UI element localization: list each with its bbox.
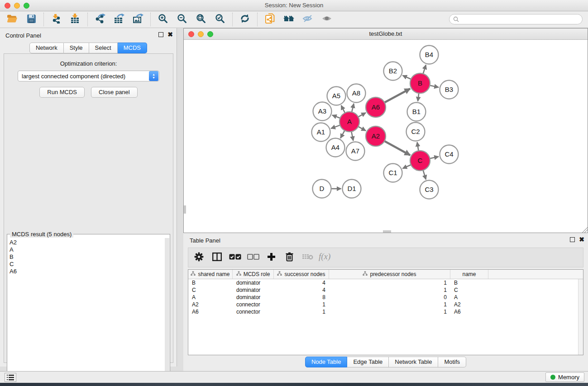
graph-node-B2[interactable]: B2 bbox=[384, 62, 402, 81]
add-column-button[interactable] bbox=[265, 251, 277, 264]
tab-style[interactable]: Style bbox=[64, 43, 89, 53]
graph-edge-C-C2[interactable] bbox=[417, 142, 419, 152]
zoom-selected-button[interactable] bbox=[210, 12, 229, 27]
column-header-name[interactable]: name bbox=[450, 270, 488, 279]
home-button[interactable] bbox=[279, 12, 298, 27]
result-scrollbar[interactable] bbox=[165, 238, 169, 386]
graph-node-B4[interactable]: B4 bbox=[420, 46, 439, 64]
export-table-button[interactable] bbox=[110, 12, 129, 27]
column-header-successor-nodes[interactable]: successor nodes bbox=[274, 270, 329, 279]
export-image-button[interactable] bbox=[129, 12, 148, 27]
refresh-button[interactable] bbox=[235, 12, 254, 27]
criterion-dropdown[interactable]: largest connected component (directed) ▲… bbox=[18, 71, 159, 81]
column-header-MCDS-role[interactable]: MCDS role bbox=[233, 270, 274, 279]
new-network-from-selection-button[interactable] bbox=[260, 12, 279, 27]
graph-node-C4[interactable]: C4 bbox=[440, 145, 459, 164]
graph-edge-A-A4[interactable] bbox=[340, 130, 345, 138]
table-scrollbar[interactable] bbox=[578, 279, 583, 355]
tab-motifs[interactable]: Motifs bbox=[438, 357, 466, 367]
graph-node-A[interactable]: A bbox=[339, 112, 359, 132]
graph-node-A6[interactable]: A6 bbox=[366, 97, 386, 117]
graph-node-D[interactable]: D bbox=[313, 180, 331, 198]
table-cell[interactable]: 4 bbox=[274, 279, 329, 286]
task-history-button[interactable] bbox=[5, 373, 16, 382]
canvas-vscroll[interactable] bbox=[184, 205, 186, 214]
graph-node-C[interactable]: C bbox=[410, 151, 430, 171]
zoom-out-button[interactable] bbox=[172, 12, 191, 27]
graph-node-A2[interactable]: A2 bbox=[366, 126, 386, 146]
table-cell[interactable]: dominator bbox=[233, 294, 274, 301]
close-panel-button[interactable]: Close panel bbox=[91, 87, 138, 98]
table-cell[interactable]: connector bbox=[233, 308, 274, 315]
graph-node-A5[interactable]: A5 bbox=[327, 87, 346, 105]
network-canvas[interactable]: A B C A2 A6 A1 A3 A4 A5 A7 A8 B1 B2 B3 B… bbox=[184, 40, 588, 233]
table-cell[interactable]: connector bbox=[233, 301, 274, 308]
table-cell[interactable]: C bbox=[188, 286, 233, 294]
table-cell[interactable]: 4 bbox=[274, 286, 329, 294]
search-field[interactable] bbox=[461, 16, 578, 23]
select-all-button[interactable] bbox=[229, 251, 241, 264]
float-panel-icon[interactable] bbox=[158, 32, 163, 37]
network-graph[interactable]: A B C A2 A6 A1 A3 A4 A5 A7 A8 B1 B2 B3 B… bbox=[184, 40, 588, 233]
import-network-button[interactable] bbox=[47, 12, 66, 27]
deselect-all-button[interactable] bbox=[247, 251, 259, 264]
graph-edge-B-B2[interactable] bbox=[402, 76, 411, 80]
delete-column-button[interactable] bbox=[283, 251, 295, 264]
tab-select[interactable]: Select bbox=[89, 43, 118, 53]
mcds-result-item[interactable]: A6 bbox=[10, 268, 165, 275]
graph-node-A8[interactable]: A8 bbox=[347, 84, 366, 103]
graph-node-C2[interactable]: C2 bbox=[406, 123, 425, 141]
table-cell[interactable]: 0 bbox=[329, 294, 450, 301]
canvas-hscroll[interactable] bbox=[383, 230, 391, 233]
mcds-result-item[interactable]: B bbox=[10, 253, 165, 261]
save-button[interactable] bbox=[22, 12, 41, 27]
gear-button[interactable] bbox=[193, 251, 205, 264]
graph-edge-C-C4[interactable] bbox=[429, 157, 439, 159]
show-all-button[interactable] bbox=[317, 12, 336, 27]
table-cell[interactable]: 1 bbox=[329, 279, 450, 286]
memory-button[interactable]: Memory bbox=[545, 372, 584, 382]
table-row[interactable]: Adominator80A bbox=[188, 294, 583, 301]
graph-node-A3[interactable]: A3 bbox=[313, 102, 332, 121]
delete-table-button[interactable] bbox=[301, 251, 313, 264]
float-table-panel-icon[interactable] bbox=[570, 237, 575, 242]
graph-edge-A2-C[interactable] bbox=[384, 141, 411, 155]
table-cell[interactable]: 1 bbox=[329, 286, 450, 294]
table-cell[interactable]: A6 bbox=[188, 308, 233, 315]
close-table-panel-icon[interactable]: ✖ bbox=[579, 237, 584, 242]
run-mcds-button[interactable]: Run MCDS bbox=[39, 87, 85, 98]
table-cell[interactable]: B bbox=[188, 279, 233, 286]
table-cell[interactable]: B bbox=[450, 279, 488, 286]
graph-edge-B-B4[interactable] bbox=[423, 65, 426, 75]
zoom-fit-button[interactable] bbox=[191, 12, 210, 27]
graph-edge-A6-B[interactable] bbox=[384, 89, 410, 103]
graph-edge-C-C3[interactable] bbox=[423, 169, 426, 180]
table-cell[interactable]: 1 bbox=[274, 301, 329, 308]
table-cell[interactable]: A bbox=[188, 294, 233, 301]
table-cell[interactable]: dominator bbox=[233, 286, 274, 294]
table-cell[interactable]: 8 bbox=[274, 294, 329, 301]
tab-edge-table[interactable]: Edge Table bbox=[347, 357, 389, 367]
graph-node-B[interactable]: B bbox=[410, 73, 430, 93]
mcds-result-item[interactable]: A2 bbox=[10, 239, 165, 246]
graph-edge-A-A7[interactable] bbox=[351, 131, 354, 141]
mcds-result-item[interactable]: A bbox=[10, 246, 165, 253]
graph-node-D1[interactable]: D1 bbox=[343, 180, 361, 198]
graph-node-A4[interactable]: A4 bbox=[326, 138, 345, 157]
search-input[interactable] bbox=[449, 14, 583, 24]
graph-node-C1[interactable]: C1 bbox=[384, 164, 402, 182]
hide-selected-button[interactable] bbox=[298, 12, 317, 27]
columns-button[interactable] bbox=[211, 251, 223, 264]
import-table-button[interactable] bbox=[66, 12, 85, 27]
table-cell[interactable]: 1 bbox=[329, 308, 450, 315]
tab-mcds[interactable]: MCDS bbox=[118, 43, 147, 53]
graph-node-A7[interactable]: A7 bbox=[346, 142, 365, 161]
resize-grip-icon[interactable] bbox=[582, 227, 588, 233]
export-network-button[interactable] bbox=[91, 12, 110, 27]
table-cell[interactable]: dominator bbox=[233, 279, 274, 286]
table-cell[interactable]: 1 bbox=[329, 301, 450, 308]
graph-node-B3[interactable]: B3 bbox=[440, 81, 459, 99]
table-cell[interactable]: A2 bbox=[188, 301, 233, 308]
graph-node-B1[interactable]: B1 bbox=[407, 103, 426, 121]
mcds-result-item[interactable]: C bbox=[10, 261, 165, 268]
